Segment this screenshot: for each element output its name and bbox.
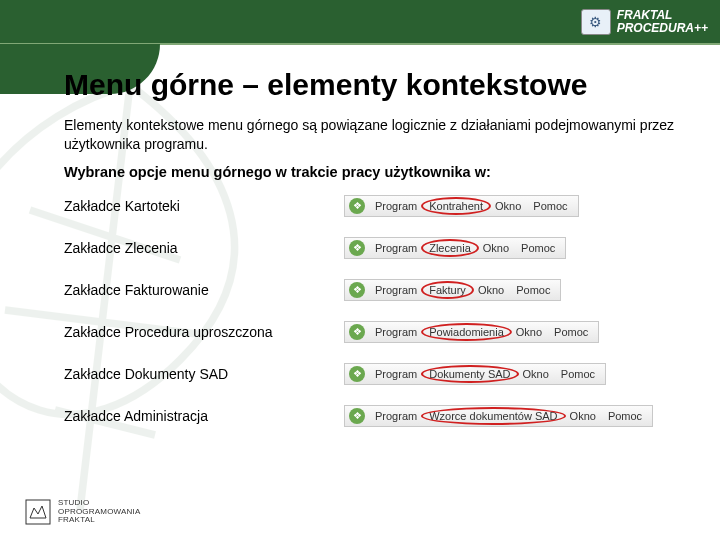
example-row: Zakładce Procedura uproszczona❖ProgramPo… — [64, 320, 680, 344]
menu-item[interactable]: Program — [369, 283, 423, 297]
footer-line3: FRAKTAL — [58, 516, 141, 524]
row-label: Zakładce Procedura uproszczona — [64, 324, 344, 340]
menubar-sample: ❖ProgramFakturyOknoPomoc — [344, 279, 561, 301]
menu-item[interactable]: Program — [369, 199, 423, 213]
brand-text: FRAKTAL PROCEDURA++ — [617, 9, 708, 35]
menu-item[interactable]: Program — [369, 409, 423, 423]
brand-line2: PROCEDURA++ — [617, 22, 708, 35]
row-label: Zakładce Zlecenia — [64, 240, 344, 256]
fraktal-company-icon — [24, 498, 52, 526]
menu-item[interactable]: Zlecenia — [423, 241, 477, 255]
footer-text: STUDIO OPROGRAMOWANIA FRAKTAL — [58, 499, 141, 524]
menu-item[interactable]: Wzorce dokumentów SAD — [423, 409, 563, 423]
subtitle: Wybrane opcje menu górnego w trakcie pra… — [64, 164, 680, 180]
app-icon: ❖ — [349, 408, 365, 424]
menubar-sample: ❖ProgramKontrahentOknoPomoc — [344, 195, 579, 217]
menu-item[interactable]: Kontrahent — [423, 199, 489, 213]
row-label: Zakładce Dokumenty SAD — [64, 366, 344, 382]
menu-item[interactable]: Pomoc — [548, 325, 594, 339]
menu-item[interactable]: Program — [369, 325, 423, 339]
menubar-sample: ❖ProgramPowiadomieniaOknoPomoc — [344, 321, 599, 343]
app-icon: ❖ — [349, 324, 365, 340]
intro-text: Elementy kontekstowe menu górnego są pow… — [64, 116, 680, 154]
menubar-sample: ❖ProgramZleceniaOknoPomoc — [344, 237, 566, 259]
footer-logo: STUDIO OPROGRAMOWANIA FRAKTAL — [24, 498, 141, 526]
menu-item[interactable]: Pomoc — [515, 241, 561, 255]
menu-item[interactable]: Pomoc — [527, 199, 573, 213]
product-logo: ⚙ FRAKTAL PROCEDURA++ — [581, 9, 708, 35]
menubar-sample: ❖ProgramDokumenty SADOknoPomoc — [344, 363, 606, 385]
app-icon: ❖ — [349, 240, 365, 256]
example-row: Zakładce Administracja❖ProgramWzorce dok… — [64, 404, 680, 428]
app-icon: ❖ — [349, 366, 365, 382]
menu-item[interactable]: Powiadomienia — [423, 325, 510, 339]
slide-title: Menu górne – elementy kontekstowe — [64, 68, 680, 102]
example-row: Zakładce Zlecenia❖ProgramZleceniaOknoPom… — [64, 236, 680, 260]
row-label: Zakładce Kartoteki — [64, 198, 344, 214]
menu-item[interactable]: Okno — [477, 241, 515, 255]
app-icon: ❖ — [349, 198, 365, 214]
menu-item[interactable]: Okno — [510, 325, 548, 339]
menu-item[interactable]: Okno — [564, 409, 602, 423]
row-label: Zakładce Fakturowanie — [64, 282, 344, 298]
header-bar: ⚙ FRAKTAL PROCEDURA++ — [0, 0, 720, 44]
gear-icon: ⚙ — [581, 9, 611, 35]
menu-item[interactable]: Okno — [472, 283, 510, 297]
menubar-sample: ❖ProgramWzorce dokumentów SADOknoPomoc — [344, 405, 653, 427]
example-row: Zakładce Dokumenty SAD❖ProgramDokumenty … — [64, 362, 680, 386]
menu-item[interactable]: Okno — [517, 367, 555, 381]
example-row: Zakładce Fakturowanie❖ProgramFakturyOkno… — [64, 278, 680, 302]
svg-rect-0 — [26, 500, 50, 524]
menu-item[interactable]: Okno — [489, 199, 527, 213]
menu-item[interactable]: Program — [369, 367, 423, 381]
example-row: Zakładce Kartoteki❖ProgramKontrahentOkno… — [64, 194, 680, 218]
menu-item[interactable]: Faktury — [423, 283, 472, 297]
menu-item[interactable]: Program — [369, 241, 423, 255]
rows-container: Zakładce Kartoteki❖ProgramKontrahentOkno… — [64, 194, 680, 428]
menu-item[interactable]: Dokumenty SAD — [423, 367, 516, 381]
menu-item[interactable]: Pomoc — [510, 283, 556, 297]
app-icon: ❖ — [349, 282, 365, 298]
row-label: Zakładce Administracja — [64, 408, 344, 424]
menu-item[interactable]: Pomoc — [602, 409, 648, 423]
menu-item[interactable]: Pomoc — [555, 367, 601, 381]
